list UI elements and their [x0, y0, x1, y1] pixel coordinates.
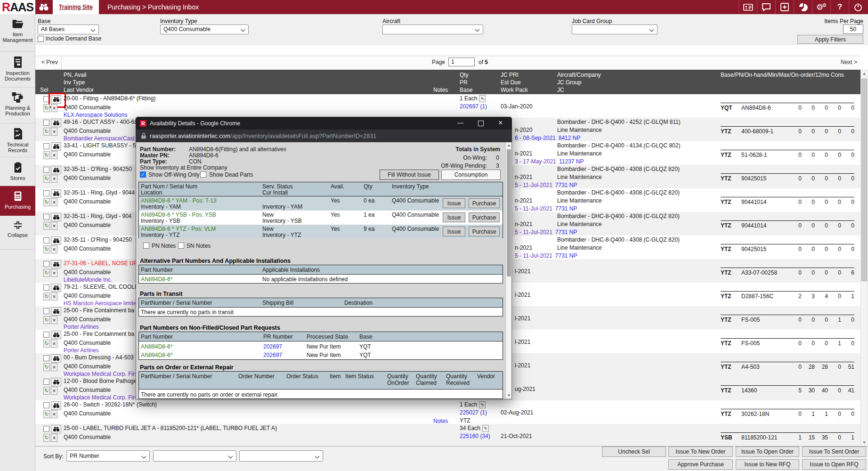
- row-select-checkbox[interactable]: [43, 167, 49, 173]
- aircraft-filter-select[interactable]: [382, 24, 483, 34]
- req-pr-link[interactable]: 202697: [263, 352, 282, 358]
- part-title[interactable]: 49-16 - DUCT ASSY - 400-68: [64, 119, 138, 125]
- part-title[interactable]: 25-00 - Fire Containment ba: [64, 331, 134, 337]
- row-select-checkbox[interactable]: [43, 426, 49, 432]
- availability-binoculars-icon[interactable]: [51, 189, 61, 198]
- availability-binoculars-icon[interactable]: [51, 236, 61, 245]
- pn-notes-checkbox[interactable]: [143, 243, 149, 249]
- remove-icon[interactable]: ×: [51, 340, 57, 348]
- chat-icon[interactable]: [757, 0, 775, 14]
- sidebar-item-planning-production[interactable]: Planning & Production: [0, 88, 35, 123]
- work-pack-fragment[interactable]: 5 - 11-Jul-20217731 NP: [515, 229, 577, 236]
- availability-binoculars-icon[interactable]: [51, 284, 61, 292]
- row-select-checkbox[interactable]: [43, 402, 49, 408]
- sidebar-item-purchasing[interactable]: Purchasing: [0, 186, 35, 216]
- part-title[interactable]: 33-41 - LIGHT SUBASSY - 51: [64, 142, 139, 149]
- uncheck-sel-button[interactable]: Uncheck Sel: [602, 447, 666, 457]
- idcard-icon[interactable]: [738, 0, 757, 14]
- settings-gears-icon[interactable]: ⚙⚙: [812, 0, 830, 14]
- work-pack-fragment[interactable]: 3 - 17-May-202111237 NP: [515, 158, 584, 165]
- remove-icon[interactable]: ×: [51, 269, 57, 277]
- row-select-checkbox[interactable]: [43, 190, 49, 196]
- popup-title-bar[interactable]: R Availability Details - Google Chrome —…: [136, 117, 512, 130]
- row-select-checkbox[interactable]: [43, 120, 49, 126]
- part-title[interactable]: 79-21 - SLEEVE, OIL COOLE: [64, 284, 138, 290]
- vendor-link[interactable]: Porter Airlines: [64, 347, 99, 354]
- sn-notes-checkbox[interactable]: [178, 243, 184, 249]
- row-select-checkbox[interactable]: [43, 379, 49, 385]
- show-entire-company[interactable]: Show Inventory at Entire Company: [140, 164, 227, 171]
- remove-icon[interactable]: ×: [51, 104, 57, 112]
- popup-scrollbar[interactable]: ▲ ▼: [505, 142, 511, 398]
- row-select-checkbox[interactable]: [43, 355, 49, 361]
- vendor-link[interactable]: Workplace Medical Corp. Firs: [64, 394, 138, 401]
- include-demand-base-checkbox[interactable]: [38, 36, 44, 42]
- part-title[interactable]: 27-31-06 - LABEL, NOSE UP: [64, 260, 138, 267]
- issue-button[interactable]: Issue: [443, 227, 465, 236]
- availability-binoculars-icon[interactable]: [51, 142, 61, 151]
- availability-binoculars-icon[interactable]: [51, 307, 61, 316]
- vendor-link[interactable]: Porter Airlines: [64, 324, 99, 330]
- issue-button[interactable]: Issue: [443, 212, 465, 222]
- sidebar-item-technical-records[interactable]: Technical Records: [0, 123, 35, 157]
- scroll-up-arrow[interactable]: ▲: [506, 143, 512, 147]
- issue-to-open-order-button[interactable]: Issue To Open Order: [736, 447, 799, 457]
- row-select-checkbox[interactable]: [43, 308, 49, 314]
- page-number-input[interactable]: 1: [448, 57, 475, 66]
- sidebar-item-inspection-documents[interactable]: Inspection Documents: [0, 52, 35, 88]
- items-per-page-input[interactable]: 50: [843, 24, 863, 34]
- close-icon[interactable]: ×: [498, 119, 503, 127]
- purchase-button[interactable]: Purchase: [469, 227, 500, 236]
- scroll-down-arrow[interactable]: ▼: [861, 440, 868, 445]
- edit-pencil-icon[interactable]: ✎: [482, 425, 489, 432]
- part-title[interactable]: 26-00 - Switch - 30262-18N* (Switch): [64, 401, 157, 408]
- pr-link[interactable]: 202697 (1): [460, 103, 487, 110]
- vendor-link[interactable]: KLX Aerospace Solutions: [64, 112, 127, 118]
- vendor-link[interactable]: LibelluleMonde Inc.: [64, 276, 112, 283]
- show-dead-parts-checkbox[interactable]: [200, 171, 206, 178]
- refresh-icon[interactable]: ↻: [43, 410, 50, 418]
- sort-select-2[interactable]: [153, 450, 236, 462]
- edit-pencil-icon[interactable]: ✎: [479, 95, 486, 102]
- main-scrollbar[interactable]: ▲ ▼: [860, 70, 868, 447]
- remove-icon[interactable]: ×: [51, 128, 57, 136]
- remove-icon[interactable]: ×: [51, 292, 57, 300]
- sidebar-item-item-management[interactable]: Item Management: [0, 14, 35, 52]
- refresh-icon[interactable]: ↻: [43, 198, 50, 206]
- inv-part-num[interactable]: AN894D8-6 * YSB - Pos: YSB: [141, 211, 216, 218]
- edit-pencil-icon[interactable]: ✎: [479, 401, 486, 408]
- issue-to-new-order-button[interactable]: Issue To New Order: [668, 447, 733, 457]
- issue-to-new-rfq-button[interactable]: Issue to New RFQ: [736, 459, 799, 470]
- availability-binoculars-icon[interactable]: [51, 213, 61, 221]
- row-select-checkbox[interactable]: [43, 332, 49, 338]
- part-title[interactable]: 25-00 - LABEL, TURBO FUEL JET A - 811852…: [64, 425, 277, 431]
- vendor-link[interactable]: Workplace Medical Corp. Firs: [64, 371, 138, 377]
- part-title[interactable]: 25-00 - Fire Containment ba: [64, 307, 134, 314]
- base-filter-select[interactable]: All Bases: [38, 24, 99, 34]
- refresh-icon[interactable]: ↻: [43, 175, 50, 183]
- apply-filters-button[interactable]: Apply Filters: [797, 35, 863, 44]
- part-title[interactable]: 32-35-11 - Ring, Glyd - 9044: [64, 189, 135, 196]
- row-select-checkbox[interactable]: [43, 214, 49, 220]
- pie-chart-icon[interactable]: [794, 0, 812, 14]
- next-page-button[interactable]: Next >: [841, 59, 857, 65]
- issue-to-open-rfq-button[interactable]: Issue to Open RFQ: [802, 459, 866, 470]
- refresh-icon[interactable]: ↻: [43, 340, 50, 348]
- pr-link[interactable]: 225160 (34): [460, 433, 490, 439]
- scrollbar-thumb[interactable]: [507, 149, 511, 276]
- refresh-icon[interactable]: ↻: [43, 434, 50, 442]
- refresh-icon[interactable]: ↻: [43, 104, 50, 112]
- availability-binoculars-icon[interactable]: [51, 425, 61, 433]
- refresh-icon[interactable]: ↻: [43, 292, 50, 300]
- consumption-button[interactable]: Consumption: [441, 170, 501, 180]
- refresh-icon[interactable]: ↻: [43, 245, 50, 253]
- issue-button[interactable]: Issue: [443, 198, 465, 208]
- row-select-checkbox[interactable]: [43, 261, 49, 267]
- fill-without-issue-button[interactable]: Fill Without Issue: [380, 170, 439, 180]
- notes-link[interactable]: Notes: [433, 418, 448, 424]
- refresh-icon[interactable]: ↻: [43, 128, 50, 136]
- availability-binoculars-icon[interactable]: [51, 354, 61, 363]
- tab-training-site[interactable]: Training Site: [53, 0, 99, 14]
- popup-url[interactable]: raasporter.aviationintertec.com/app/Inve…: [150, 133, 376, 139]
- req-pr-link[interactable]: 202697: [263, 343, 282, 350]
